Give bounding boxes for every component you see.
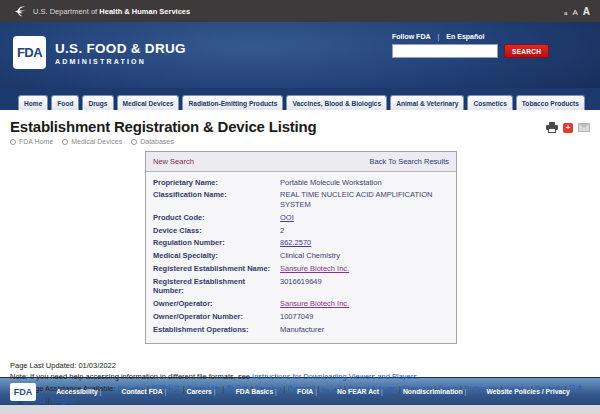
row-value: Sansure Biotech Inc. <box>280 264 449 274</box>
header-search: SEARCH <box>392 44 552 58</box>
font-size-large-button[interactable]: A <box>583 6 590 17</box>
row-label: Owner/Operator: <box>153 299 280 309</box>
font-size-medium-button[interactable]: A <box>572 8 577 17</box>
back-to-search-results-link[interactable]: Back To Search Results <box>370 157 449 166</box>
row-label: Registered Establishment Name: <box>153 264 280 274</box>
font-size-small-button[interactable]: a <box>564 10 567 16</box>
nav-tab[interactable]: Vaccines, Blood & Biologics <box>286 95 387 110</box>
footer-link[interactable]: Nondiscrimination <box>403 388 466 395</box>
header-link-divider: | <box>438 33 440 40</box>
footer-link[interactable]: FDA Basics <box>236 388 277 395</box>
nav-tab[interactable]: Medical Devices <box>117 95 180 110</box>
search-button[interactable]: SEARCH <box>504 44 549 58</box>
table-row: Registered Establishment Name: Sansure B… <box>153 262 449 275</box>
row-value: Manufacturer <box>280 325 449 335</box>
nav-tab[interactable]: Radiation-Emitting Products <box>182 95 283 110</box>
table-row: Owner/Operator: Sansure Biotech Inc. <box>153 298 449 311</box>
row-value: 3016619649 <box>280 277 449 297</box>
table-row: Regulation Number: 862.2570 <box>153 237 449 250</box>
row-label: Establishment Operations: <box>153 325 280 335</box>
header-utilities: Follow FDA | En Español SEARCH <box>392 33 552 58</box>
main-nav: Home Food Drugs Medical Devices Radiatio… <box>0 88 600 110</box>
hhs-top-bar: U.S. Department of Health & Human Servic… <box>0 0 600 22</box>
footer-link[interactable]: Careers <box>187 388 216 395</box>
breadcrumb-bullet-icon <box>10 139 16 145</box>
row-value: Clinical Chemistry <box>280 251 449 261</box>
table-row: Registered Establishment Number: 3016619… <box>153 275 449 298</box>
new-search-link[interactable]: New Search <box>153 157 194 166</box>
fda-logo: FDA <box>13 36 46 69</box>
title-block: Establishment Registration & Device List… <box>10 110 316 145</box>
footer-links: Accessibility Contact FDA Careers FDA Ba… <box>36 388 590 395</box>
row-label: Classification Name: <box>153 190 280 210</box>
table-row: Medical Specialty: Clinical Chemistry <box>153 250 449 263</box>
device-details-table: Proprietary Name: Portable Molecule Work… <box>146 172 456 343</box>
row-label: Device Class: <box>153 226 280 236</box>
page-bottom-strip <box>0 405 600 414</box>
share-icon[interactable]: + <box>563 123 573 133</box>
row-label: Regulation Number: <box>153 238 280 248</box>
breadcrumb: FDA Home Medical Devices Databases <box>10 138 316 145</box>
footer-link[interactable]: Accessibility <box>56 388 101 395</box>
hhs-eagle-icon <box>14 5 27 18</box>
row-label: Product Code: <box>153 213 280 223</box>
row-label: Registered Establishment Number: <box>153 277 280 297</box>
language-link[interactable]: English <box>52 396 77 405</box>
row-label: Owner/Operator Number: <box>153 312 280 322</box>
panel-header: New Search Back To Search Results <box>146 152 456 172</box>
row-value: 2 <box>280 226 449 236</box>
email-icon[interactable] <box>578 123 590 132</box>
footer-link[interactable]: No FEAR Act <box>337 388 383 395</box>
table-row: Classification Name: REAL TIME NUCLEIC A… <box>153 189 449 212</box>
hhs-label: U.S. Department of Health & Human Servic… <box>33 7 190 16</box>
en-espanol-link[interactable]: En Español <box>446 33 484 40</box>
footer-link[interactable]: Contact FDA <box>122 388 167 395</box>
nav-tab[interactable]: Tobacco Products <box>516 95 585 110</box>
row-value: 862.2570 <box>280 238 449 248</box>
row-label: Proprietary Name: <box>153 178 280 188</box>
header-links: Follow FDA | En Español <box>392 33 552 40</box>
breadcrumb-bullet-icon <box>131 139 137 145</box>
table-row: Establishment Operations: Manufacturer <box>153 323 449 336</box>
nav-tab[interactable]: Food <box>51 95 79 110</box>
breadcrumb-link[interactable]: FDA Home <box>10 138 53 145</box>
main-content: Establishment Registration & Device List… <box>0 110 600 377</box>
nav-tab[interactable]: Home <box>18 95 48 110</box>
footer-link[interactable]: FOIA <box>297 388 317 395</box>
search-input[interactable] <box>392 44 498 58</box>
follow-fda-link[interactable]: Follow FDA <box>392 33 431 40</box>
breadcrumb-link[interactable]: Databases <box>131 138 173 145</box>
table-row: Proprietary Name: Portable Molecule Work… <box>153 176 449 189</box>
device-listing-panel: New Search Back To Search Results Propri… <box>145 151 457 344</box>
footer-fda-logo[interactable]: FDA <box>10 383 36 401</box>
row-value: 10077049 <box>280 312 449 322</box>
row-value: Portable Molecule Workstation <box>280 178 449 188</box>
nav-tab[interactable]: Animal & Veterinary <box>390 95 464 110</box>
row-label: Medical Specialty: <box>153 251 280 261</box>
breadcrumb-bullet-icon <box>62 139 68 145</box>
row-value: Sansure Biotech Inc. <box>280 299 449 309</box>
table-row: Product Code: OOI <box>153 211 449 224</box>
fda-header: FDA U.S. FOOD & DRUG ADMINISTRATION Foll… <box>0 22 600 88</box>
page-action-icons: + <box>546 122 590 133</box>
row-value: OOI <box>280 213 449 223</box>
fda-logo-block[interactable]: FDA U.S. FOOD & DRUG ADMINISTRATION <box>13 36 186 69</box>
last-updated-text: Page Last Updated: 01/03/2022 <box>10 360 590 371</box>
fda-wordmark: U.S. FOOD & DRUG ADMINISTRATION <box>55 41 186 65</box>
page-title: Establishment Registration & Device List… <box>10 118 316 135</box>
print-icon[interactable] <box>546 122 558 133</box>
row-value: REAL TIME NUCLEIC ACID AMPLIFICATION SYS… <box>280 190 449 210</box>
table-row: Device Class: 2 <box>153 224 449 237</box>
viewers-players-link[interactable]: Instructions for Downloading Viewers and… <box>252 372 419 381</box>
footer-link[interactable]: Website Policies / Privacy <box>486 388 569 395</box>
table-row: Owner/Operator Number: 10077049 <box>153 310 449 323</box>
nav-tab[interactable]: Cosmetics <box>467 95 512 110</box>
font-size-controls: a A A <box>564 6 590 17</box>
breadcrumb-link[interactable]: Medical Devices <box>62 138 122 145</box>
nav-tab[interactable]: Drugs <box>82 95 113 110</box>
title-row: Establishment Registration & Device List… <box>10 110 590 145</box>
